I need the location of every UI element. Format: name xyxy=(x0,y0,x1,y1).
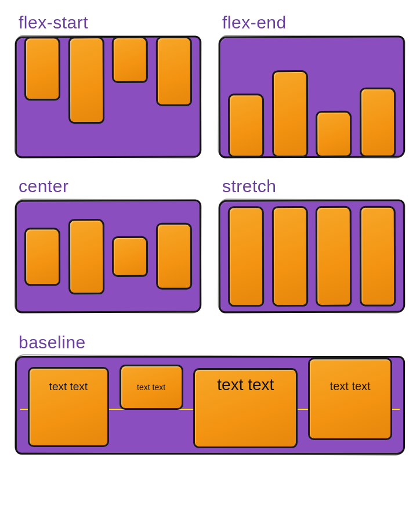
flex-item xyxy=(156,37,192,106)
label-stretch: stretch xyxy=(222,176,405,196)
flex-item xyxy=(112,37,148,83)
flex-item xyxy=(112,236,148,276)
container-baseline: text text text text text text text text xyxy=(15,356,405,455)
flex-item xyxy=(156,223,192,290)
container-flex-start xyxy=(15,36,202,158)
flex-item xyxy=(24,37,60,100)
baseline-item: text text xyxy=(308,358,392,440)
items-flex-start xyxy=(17,38,200,157)
panel-flex-start: flex-start xyxy=(15,10,201,158)
flex-item xyxy=(272,70,308,157)
flex-item xyxy=(271,206,307,307)
container-flex-end xyxy=(219,36,405,158)
flex-item xyxy=(360,88,396,157)
flex-item xyxy=(316,206,352,307)
flex-item xyxy=(360,206,396,307)
row-1: flex-start flex-end xyxy=(15,10,405,158)
items-center xyxy=(17,201,200,312)
container-center xyxy=(15,200,202,314)
flex-item xyxy=(68,219,104,294)
items-baseline: text text text text text text text text xyxy=(17,358,403,453)
flex-item xyxy=(68,37,104,124)
items-flex-end xyxy=(220,38,404,157)
baseline-item: text text xyxy=(120,365,183,410)
flex-item xyxy=(24,228,60,286)
flex-item xyxy=(316,111,352,157)
label-baseline: baseline xyxy=(19,333,405,352)
row-2: center stretch xyxy=(15,174,405,313)
row-3: baseline text text text text text text t… xyxy=(15,333,405,455)
flex-item xyxy=(228,206,264,307)
panel-flex-end: flex-end xyxy=(219,10,405,158)
label-flex-end: flex-end xyxy=(222,13,405,33)
baseline-item: text text xyxy=(193,368,298,448)
baseline-item: text text xyxy=(28,367,109,447)
label-center: center xyxy=(19,176,201,196)
flex-item xyxy=(228,93,264,157)
items-stretch xyxy=(220,201,403,312)
container-stretch xyxy=(219,200,405,314)
panel-center: center xyxy=(15,174,201,313)
label-flex-start: flex-start xyxy=(19,13,201,33)
panel-stretch: stretch xyxy=(219,174,405,313)
